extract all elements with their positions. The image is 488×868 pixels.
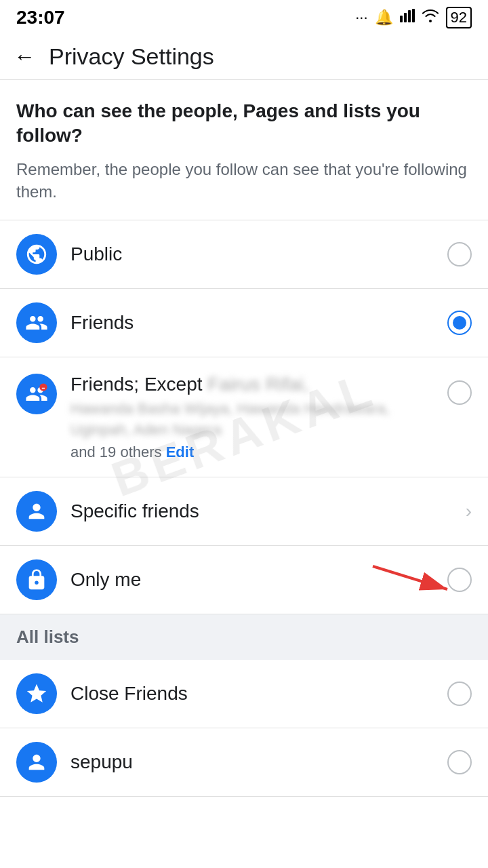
only-me-label-block: Only me — [70, 566, 447, 593]
friends-except-label-block: Friends; Except Fairus Rifai, Hawanda Ba… — [70, 371, 447, 463]
header-subtext: Remember, the people you follow can see … — [16, 158, 472, 203]
friends-radio[interactable] — [447, 311, 472, 335]
back-button[interactable]: ← — [14, 44, 35, 69]
close-friends-label: Close Friends — [70, 680, 447, 707]
friends-except-icon — [16, 374, 57, 414]
signal-icon — [400, 9, 415, 26]
status-icons: ··· 🔔 92 — [355, 7, 472, 28]
sepupu-label: sepupu — [70, 749, 447, 775]
friends-icon — [16, 302, 57, 343]
public-label-block: Public — [70, 241, 447, 267]
sepupu-radio[interactable] — [447, 750, 472, 774]
close-friends-label-block: Close Friends — [70, 680, 447, 707]
battery-indicator: 92 — [446, 7, 472, 28]
option-row-friends[interactable]: Friends — [0, 289, 488, 357]
friends-label-block: Friends — [70, 309, 447, 336]
public-label: Public — [70, 241, 447, 267]
option-row-specific-friends[interactable]: Specific friends › — [0, 477, 488, 546]
only-me-radio[interactable] — [447, 568, 472, 592]
page-title: Privacy Settings — [49, 43, 214, 70]
option-row-only-me[interactable]: Only me — [0, 546, 488, 614]
friends-except-sublabel: Hawanda Basha Wijaya, Hawanda Hendrawara… — [70, 399, 447, 441]
edit-link[interactable]: Edit — [166, 443, 195, 460]
nav-bar: ← Privacy Settings — [0, 34, 488, 80]
option-row-close-friends[interactable]: Close Friends — [0, 660, 488, 728]
close-friends-radio[interactable] — [447, 682, 472, 706]
svg-rect-3 — [412, 9, 415, 22]
header-question: Who can see the people, Pages and lists … — [16, 99, 472, 149]
bell-icon: 🔔 — [375, 9, 393, 26]
friends-except-label: Friends; Except Fairus Rifai, — [70, 371, 447, 397]
public-icon — [16, 234, 57, 275]
sepupu-icon — [16, 742, 57, 783]
status-time: 23:07 — [16, 7, 65, 28]
header-section: Who can see the people, Pages and lists … — [0, 80, 488, 220]
specific-friends-icon — [16, 491, 57, 532]
all-lists-header: All lists — [0, 614, 488, 660]
option-row-sepupu[interactable]: sepupu — [0, 728, 488, 797]
svg-rect-0 — [400, 16, 403, 22]
friends-label: Friends — [70, 309, 447, 336]
friends-except-radio[interactable] — [447, 380, 472, 405]
friends-except-extra: and 19 others Edit — [70, 442, 447, 463]
dots-icon: ··· — [355, 9, 367, 26]
svg-point-4 — [39, 383, 47, 391]
close-friends-icon — [16, 673, 57, 714]
option-row-public[interactable]: Public — [0, 220, 488, 289]
sepupu-label-block: sepupu — [70, 749, 447, 775]
only-me-icon — [16, 559, 57, 600]
svg-rect-1 — [404, 13, 407, 22]
wifi-icon — [422, 9, 439, 26]
specific-friends-chevron: › — [466, 500, 472, 522]
svg-rect-2 — [408, 10, 411, 22]
specific-friends-label: Specific friends — [70, 498, 466, 524]
only-me-label: Only me — [70, 566, 447, 593]
specific-friends-label-block: Specific friends — [70, 498, 466, 524]
public-radio[interactable] — [447, 242, 472, 267]
status-bar: 23:07 ··· 🔔 92 — [0, 0, 488, 34]
option-row-friends-except[interactable]: Friends; Except Fairus Rifai, Hawanda Ba… — [0, 357, 488, 477]
